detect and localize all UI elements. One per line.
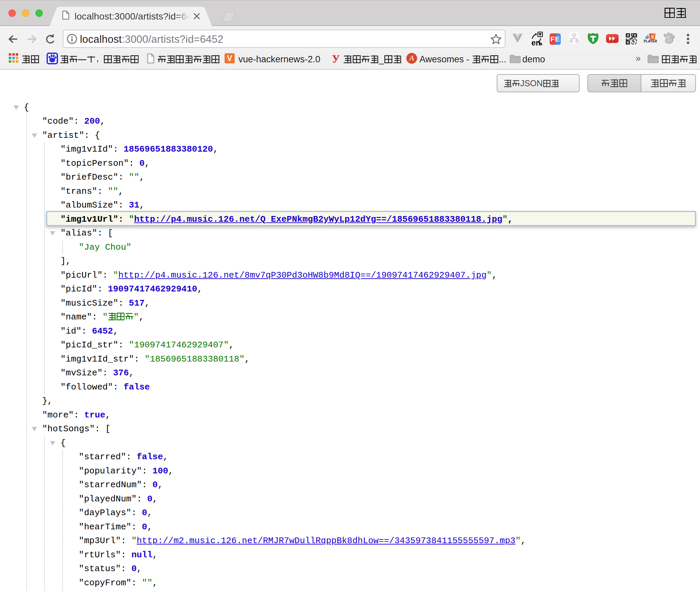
svg-text:5: 5 bbox=[651, 34, 653, 39]
